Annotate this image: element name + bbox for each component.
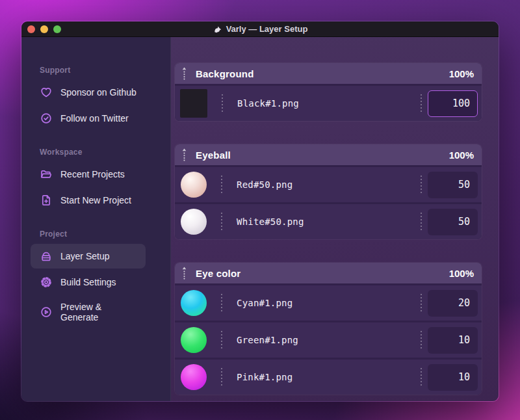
- sidebar-item-build-settings[interactable]: Build Settings: [31, 270, 146, 295]
- sidebar-item-label: Recent Projects: [60, 169, 125, 179]
- layer-group-header[interactable]: Background 100%: [175, 63, 482, 84]
- layer-filename: Cyan#1.png: [237, 298, 292, 308]
- cyan-sphere-thumbnail: [181, 290, 207, 316]
- titlebar[interactable]: Varly — Layer Setup: [21, 21, 499, 37]
- white-sphere-thumbnail: [181, 209, 207, 235]
- layer-list[interactable]: Background 100% Black#1.png Eyeball 100%…: [171, 37, 499, 401]
- layer-filename: Green#1.png: [237, 335, 298, 345]
- minimize-button[interactable]: [40, 25, 48, 33]
- sidebar-section: Workspace Recent Projects Start New Proj…: [21, 148, 170, 213]
- layer-row: Green#1.png: [175, 322, 482, 358]
- sidebar-section-items: Layer Setup Build Settings Preview & Gen…: [21, 244, 170, 328]
- unicorn-icon: [213, 24, 222, 34]
- sidebar-section-items: Sponsor on Github Follow on Twitter: [21, 80, 170, 131]
- sidebar-section-items: Recent Projects Start New Project: [21, 162, 170, 213]
- layer-group-percent: 100%: [449, 150, 474, 161]
- layer-group-background: Background 100% Black#1.png: [175, 63, 482, 121]
- dotted-separator: [221, 176, 222, 194]
- layer-weight-input[interactable]: [428, 172, 478, 198]
- sidebar-item-sponsor-on-github[interactable]: Sponsor on Github: [31, 80, 146, 105]
- layer-group-header[interactable]: Eye color 100%: [175, 263, 482, 283]
- dotted-separator: [221, 368, 222, 386]
- layer-row: White#50.png: [175, 204, 482, 239]
- layer-weight-input[interactable]: [428, 209, 478, 235]
- pink-sphere-thumbnail: [181, 364, 207, 390]
- close-button[interactable]: [27, 25, 35, 33]
- layer-weight-input[interactable]: [428, 290, 478, 317]
- sidebar-section: Project Layer Setup Build Settings Previ…: [21, 230, 170, 328]
- layer-row: Pink#1.png: [175, 360, 482, 395]
- layer-group-title: Eyeball: [196, 150, 441, 161]
- dotted-separator: [221, 331, 222, 349]
- drag-handle-icon[interactable]: [181, 267, 187, 280]
- traffic-lights: [27, 21, 61, 36]
- layer-filename: Pink#1.png: [237, 372, 292, 382]
- dotted-separator: [221, 213, 222, 231]
- black-square-thumbnail: [180, 89, 207, 118]
- file-plus-icon: [40, 194, 53, 207]
- dotted-separator: [421, 294, 422, 312]
- play-circle-icon: [40, 306, 53, 319]
- sidebar-section-label-support: Support: [40, 66, 161, 75]
- window-body: Support Sponsor on Github Follow on Twit…: [21, 37, 499, 401]
- layer-group-rows: Black#1.png: [175, 86, 482, 121]
- dotted-separator: [421, 94, 422, 112]
- sidebar-section-label-project: Project: [40, 230, 161, 239]
- layer-group-title: Eye color: [196, 268, 441, 279]
- dotted-separator: [421, 331, 422, 349]
- dotted-separator: [421, 213, 422, 231]
- layer-group-eye-color: Eye color 100% Cyan#1.png Green#1.png Pi…: [175, 263, 482, 395]
- archive-icon: [40, 250, 53, 263]
- layer-weight-input[interactable]: [428, 364, 478, 391]
- sidebar-item-label: Sponsor on Github: [60, 87, 136, 98]
- sidebar-section-label-workspace: Workspace: [40, 148, 161, 157]
- drag-handle-icon[interactable]: [181, 148, 187, 161]
- layer-row: Black#1.png: [175, 86, 482, 121]
- layer-group-title: Background: [196, 68, 441, 79]
- sidebar-item-follow-on-twitter[interactable]: Follow on Twitter: [31, 106, 146, 131]
- sidebar-item-label: Start New Project: [60, 195, 131, 205]
- layer-filename: Black#1.png: [237, 98, 299, 109]
- heart-icon: [40, 86, 53, 99]
- sidebar-section: Support Sponsor on Github Follow on Twit…: [21, 66, 170, 131]
- green-sphere-thumbnail: [181, 327, 207, 353]
- layer-weight-input[interactable]: [428, 90, 478, 117]
- sidebar-item-label: Build Settings: [60, 277, 116, 287]
- layer-group-rows: Cyan#1.png Green#1.png Pink#1.png: [175, 285, 482, 395]
- layer-row: Cyan#1.png: [175, 285, 482, 321]
- sidebar-item-label: Follow on Twitter: [60, 113, 129, 124]
- sidebar: Support Sponsor on Github Follow on Twit…: [21, 37, 171, 401]
- sidebar-item-label: Preview & Generate: [60, 302, 138, 322]
- red-sphere-thumbnail: [181, 172, 207, 198]
- folder-icon: [40, 168, 53, 181]
- layer-group-percent: 100%: [449, 68, 474, 79]
- window-title-text: Varly — Layer Setup: [226, 24, 308, 34]
- dotted-separator: [222, 94, 223, 112]
- zoom-button[interactable]: [53, 25, 61, 33]
- drag-handle-icon[interactable]: [181, 67, 187, 80]
- dotted-separator: [421, 368, 422, 386]
- app-window: Varly — Layer Setup Support Sponsor on G…: [21, 21, 499, 402]
- sidebar-item-layer-setup[interactable]: Layer Setup: [31, 244, 146, 269]
- layer-group-eyeball: Eyeball 100% Red#50.png White#50.png: [175, 144, 482, 239]
- sidebar-item-start-new-project[interactable]: Start New Project: [31, 188, 146, 213]
- layer-filename: Red#50.png: [237, 179, 292, 190]
- sidebar-item-recent-projects[interactable]: Recent Projects: [31, 162, 146, 187]
- layer-row: Red#50.png: [175, 167, 482, 202]
- layer-weight-input[interactable]: [428, 327, 478, 354]
- dotted-separator: [421, 176, 422, 194]
- layer-group-header[interactable]: Eyeball 100%: [175, 144, 482, 165]
- layer-group-percent: 100%: [449, 268, 474, 279]
- layer-filename: White#50.png: [237, 217, 304, 227]
- gear-icon: [40, 276, 53, 289]
- window-title: Varly — Layer Setup: [213, 24, 308, 34]
- layer-group-rows: Red#50.png White#50.png: [175, 167, 482, 239]
- sidebar-item-label: Layer Setup: [60, 251, 110, 261]
- sidebar-item-preview-generate[interactable]: Preview & Generate: [31, 296, 146, 328]
- dotted-separator: [221, 294, 222, 312]
- badge-check-icon: [40, 112, 53, 125]
